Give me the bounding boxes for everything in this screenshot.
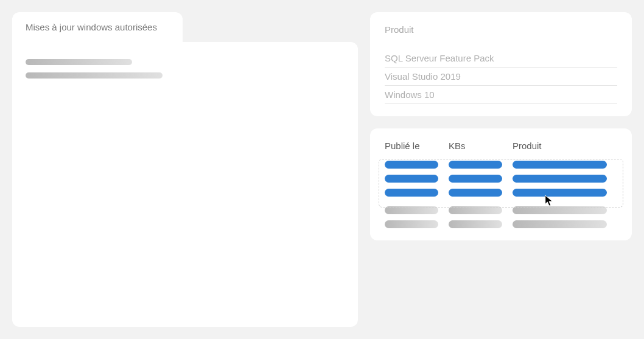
col-header-product: Produit: [513, 141, 617, 151]
data-row[interactable]: [513, 206, 607, 214]
data-row[interactable]: [385, 189, 438, 197]
updates-grid: Publié le KBs Produit: [385, 141, 617, 228]
tab-authorized-updates[interactable]: Mises à jour windows autorisées: [12, 12, 183, 42]
product-card: Produit SQL Serveur Feature PackVisual S…: [370, 12, 632, 116]
left-panel-body: [12, 42, 358, 327]
data-row[interactable]: [385, 161, 438, 169]
grid-col-kbs: [449, 161, 506, 228]
data-row[interactable]: [513, 220, 607, 228]
data-row[interactable]: [449, 206, 502, 214]
updates-grid-card: Publié le KBs Produit: [370, 128, 632, 240]
data-row[interactable]: [513, 175, 607, 183]
tab-title: Mises à jour windows autorisées: [26, 22, 157, 32]
data-row[interactable]: [385, 220, 438, 228]
data-row[interactable]: [449, 175, 502, 183]
right-panel: Produit SQL Serveur Feature PackVisual S…: [370, 12, 632, 327]
col-header-published: Publié le: [385, 141, 443, 151]
placeholder-line: [26, 72, 163, 79]
data-row[interactable]: [449, 161, 502, 169]
data-row[interactable]: [513, 189, 607, 197]
data-row[interactable]: [449, 189, 502, 197]
data-row[interactable]: [449, 220, 502, 228]
grid-col-published: [385, 161, 443, 228]
data-row[interactable]: [513, 161, 607, 169]
data-row[interactable]: [385, 206, 438, 214]
product-list-item[interactable]: Visual Studio 2019: [385, 68, 617, 86]
data-row[interactable]: [385, 175, 438, 183]
product-card-title: Produit: [385, 24, 617, 35]
left-panel: Mises à jour windows autorisées: [12, 12, 358, 327]
col-header-kbs: KBs: [449, 141, 506, 151]
product-list-item[interactable]: Windows 10: [385, 86, 617, 104]
product-list: SQL Serveur Feature PackVisual Studio 20…: [385, 49, 617, 104]
grid-col-product: [513, 161, 617, 228]
placeholder-line: [26, 59, 132, 65]
product-list-item[interactable]: SQL Serveur Feature Pack: [385, 49, 617, 68]
